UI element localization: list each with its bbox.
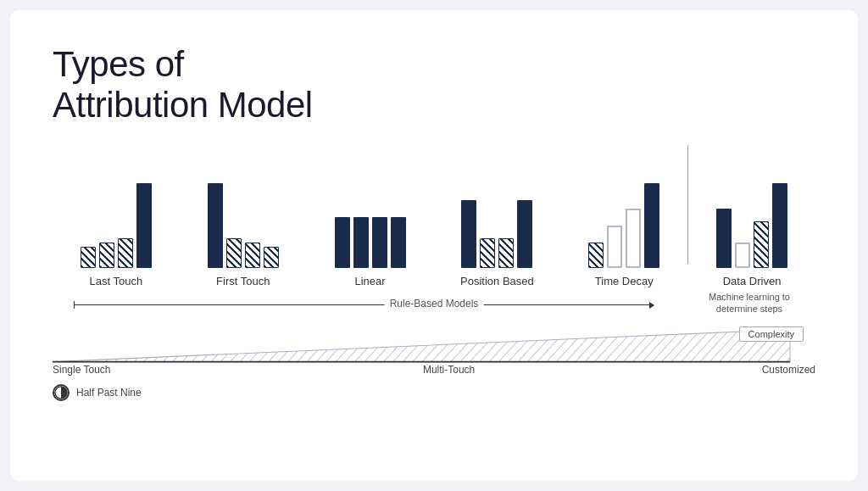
model-group-first-touch: First Touch <box>180 166 307 287</box>
footer: Half Past Nine <box>53 384 815 401</box>
bar <box>754 221 769 268</box>
bar <box>772 183 787 268</box>
bar <box>461 200 476 268</box>
multi-touch-label: Multi-Touch <box>423 364 475 376</box>
bar <box>716 209 732 268</box>
bar <box>245 243 260 268</box>
bar <box>372 217 387 268</box>
bars-time-decay <box>588 166 659 268</box>
model-group-last-touch: Last Touch <box>53 166 180 287</box>
models-row: Last Touch First Touch <box>53 152 815 287</box>
single-touch-label: Single Touch <box>53 364 111 376</box>
bar <box>208 183 223 268</box>
model-group-time-decay: Time Decay <box>560 166 687 287</box>
complexity-row: Complexity Single Touch Multi-Touch Cust… <box>53 325 815 376</box>
bar <box>607 226 622 268</box>
complexity-labels: Single Touch Multi-Touch Customized <box>53 364 815 376</box>
bar <box>735 243 750 268</box>
model-label-time-decay: Time Decay <box>595 275 654 287</box>
bar <box>498 238 514 268</box>
svg-marker-1 <box>53 329 790 361</box>
model-group-data-driven: Data Driven <box>688 166 815 287</box>
rule-based-label: Rule-Based Models <box>385 298 484 310</box>
bar <box>644 183 659 268</box>
bars-last-touch <box>81 166 152 268</box>
bar <box>588 243 604 268</box>
rule-based-row: Rule-Based Models Machine learning todet… <box>53 294 815 315</box>
model-group-linear: Linear <box>307 166 434 287</box>
bars-linear <box>335 166 406 268</box>
bars-first-touch <box>208 166 279 268</box>
bar <box>391 217 406 268</box>
footer-brand-name: Half Past Nine <box>76 387 142 399</box>
bar <box>480 238 495 268</box>
bars-data-driven <box>716 166 787 268</box>
bar <box>118 238 133 268</box>
bar <box>517 200 532 268</box>
model-label-last-touch: Last Touch <box>90 275 143 287</box>
bars-position-based <box>461 166 532 268</box>
customized-label: Customized <box>762 364 815 376</box>
model-label-position-based: Position Based <box>460 275 534 287</box>
page-title: Types ofAttribution Model <box>53 44 815 126</box>
model-group-position-based: Position Based <box>433 166 560 287</box>
bar <box>353 217 369 268</box>
bar <box>81 247 96 268</box>
bar <box>136 183 152 268</box>
bar <box>226 238 242 268</box>
ml-label: Machine learning todetermine steps <box>698 291 800 315</box>
bar <box>626 209 641 268</box>
bar <box>335 217 350 268</box>
slide: Types ofAttribution Model Last Touch <box>10 10 858 481</box>
model-label-data-driven: Data Driven <box>723 275 782 287</box>
chart-area: Last Touch First Touch <box>53 152 815 455</box>
rule-based-arrow-line <box>74 304 650 305</box>
bar <box>99 243 114 268</box>
bar <box>264 247 279 268</box>
model-label-linear: Linear <box>355 275 386 287</box>
complexity-badge: Complexity <box>739 326 804 342</box>
footer-logo <box>53 384 70 401</box>
model-label-first-touch: First Touch <box>216 275 270 287</box>
